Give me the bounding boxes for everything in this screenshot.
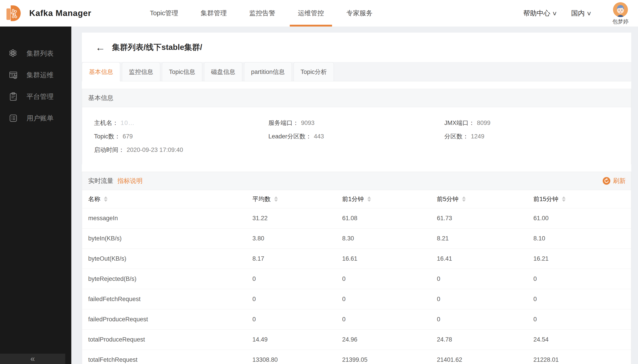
metric-15min-cell: 0 [527,309,631,330]
field-hostname: 主机名： 10… [94,119,268,127]
sort-control[interactable] [562,196,566,202]
metric-1min-cell: 0 [336,309,431,330]
table-row: failedProduceRequest 0 0 0 0 [82,309,631,330]
tab-disk-info[interactable]: 磁盘信息 [204,62,242,81]
chevron-down-icon: ∨ [552,10,557,17]
sidebar: 集群列表 集群运维 平台管理 用户账单 [0,26,71,364]
main-content: ← 集群列表/线下stable集群/ 基本信息 监控信息 Topic信息 磁盘信… [71,26,638,364]
nav-item-expert[interactable]: 专家服务 [338,0,381,26]
field-start-time: 启动时间： 2020-09-23 17:09:40 [94,146,268,154]
metric-avg-cell: 0 [246,309,336,330]
help-center-menu[interactable]: 帮助中心 ∨ [523,9,557,18]
metric-1min-cell: 24.96 [336,330,431,350]
table-header-row: 名称 平均数 前1分钟 前5分钟 [82,190,631,208]
metric-name-cell: byteOut(KB/s) [82,248,246,269]
metric-5min-cell: 0 [431,269,527,289]
realtime-traffic-header: 实时流量 指标说明 刷新 [82,172,631,190]
column-header-last-5min[interactable]: 前5分钟 [431,190,527,208]
username: 包梦婷 [612,18,628,25]
metric-help-link[interactable]: 指标说明 [117,176,143,185]
metric-5min-cell: 0 [431,309,527,330]
panel-title: 实时流量 [88,176,113,185]
basic-info-grid: 主机名： 10… 服务端口： 9093 JMX端口： 8099 Topic数： … [82,107,631,164]
sort-desc-icon [104,200,108,202]
field-topic-count: Topic数： 679 [94,132,268,140]
region-menu[interactable]: 国内 ∨ [571,9,591,18]
sort-desc-icon [274,200,278,202]
metric-name-cell: byteIn(KB/s) [82,228,246,248]
metric-avg-cell: 3.80 [246,228,336,248]
sort-asc-icon [367,196,371,199]
sidebar-item-platform-manage[interactable]: 平台管理 [0,86,71,108]
column-header-last-15min[interactable]: 前15分钟 [527,190,631,208]
tab-topic-analysis[interactable]: Topic分析 [294,62,334,81]
tab-partition-info[interactable]: partition信息 [244,62,292,81]
tab-bar: 基本信息 监控信息 Topic信息 磁盘信息 partition信息 Topic… [82,62,631,81]
nav-item-monitor[interactable]: 监控告警 [241,0,283,26]
sort-control[interactable] [367,196,371,202]
sidebar-collapse-button[interactable]: « [0,354,65,364]
metric-name-cell: failedFetchRequest [82,289,246,309]
metric-5min-cell: 8.21 [431,228,527,248]
nav-item-topic[interactable]: Topic管理 [142,0,186,26]
metric-15min-cell: 8.10 [527,228,631,248]
panel-title: 基本信息 [88,94,113,102]
column-header-average[interactable]: 平均数 [246,190,336,208]
table-row: totalProduceRequest 14.49 24.96 24.78 24… [82,330,631,350]
metric-avg-cell: 13308.80 [246,350,336,364]
nav-item-ops[interactable]: 运维管控 [290,0,332,26]
table-row: byteIn(KB/s) 3.80 8.30 8.21 8.10 [82,228,631,248]
navbar-right: 帮助中心 ∨ 国内 ∨ 包梦婷 [523,1,628,25]
metric-1min-cell: 0 [336,269,431,289]
sort-asc-icon [562,196,566,199]
app-title: Kafka Manager [29,8,91,18]
metric-1min-cell: 8.30 [336,228,431,248]
sort-control[interactable] [462,196,466,202]
metric-name-cell: failedProduceRequest [82,309,246,330]
back-button[interactable]: ← [95,42,105,52]
metric-avg-cell: 8.17 [246,248,336,269]
brand: Kafka Manager [4,4,91,23]
table-row: byteRejected(B/s) 0 0 0 0 [82,269,631,289]
nav-item-cluster[interactable]: 集群管理 [192,0,235,26]
metric-name-cell: byteRejected(B/s) [82,269,246,289]
sidebar-item-cluster-ops[interactable]: 集群运维 [0,64,71,86]
sidebar-item-user-bill[interactable]: 用户账单 [0,108,71,129]
column-header-name[interactable]: 名称 [82,190,246,208]
sidebar-item-cluster-list[interactable]: 集群列表 [0,43,71,64]
tab-monitor-info[interactable]: 监控信息 [122,62,160,81]
refresh-button[interactable]: 刷新 [603,176,626,185]
metric-15min-cell: 0 [527,289,631,309]
metric-1min-cell: 61.08 [336,208,431,228]
field-partition-count: 分区数： 1249 [444,132,631,140]
content-card: ← 集群列表/线下stable集群/ 基本信息 监控信息 Topic信息 磁盘信… [82,32,631,364]
column-header-last-1min[interactable]: 前1分钟 [336,190,431,208]
sort-desc-icon [462,200,466,202]
user-bill-icon [9,114,18,123]
table-row: messageIn 31.22 61.08 61.73 61.00 [82,208,631,228]
top-nav: Topic管理 集群管理 监控告警 运维管控 专家服务 [139,0,384,26]
cluster-list-icon [9,49,18,58]
metric-5min-cell: 0 [431,289,527,309]
metric-1min-cell: 21399.05 [336,350,431,364]
app-logo-icon [4,4,23,23]
hostname-value-redacted: 10… [121,120,135,126]
metric-15min-cell: 61.00 [527,208,631,228]
realtime-traffic-table: 名称 平均数 前1分钟 前5分钟 [82,190,631,364]
tab-basic-info[interactable]: 基本信息 [82,62,120,81]
table-row: byteOut(KB/s) 8.17 16.61 16.41 16.21 [82,248,631,269]
metric-1min-cell: 16.61 [336,248,431,269]
metric-5min-cell: 16.41 [431,248,527,269]
field-leader-partition-count: Leader分区数： 443 [268,132,444,140]
platform-manage-icon [9,92,18,101]
tab-topic-info[interactable]: Topic信息 [162,62,202,81]
avatar [613,2,628,17]
sort-control[interactable] [104,196,108,202]
sort-control[interactable] [274,196,278,202]
metric-name-cell: totalProduceRequest [82,330,246,350]
sort-asc-icon [274,196,278,199]
field-jmx-port: JMX端口： 8099 [444,119,631,127]
user-menu[interactable]: 包梦婷 [612,1,628,25]
metric-avg-cell: 31.22 [246,208,336,228]
refresh-icon [603,177,610,185]
